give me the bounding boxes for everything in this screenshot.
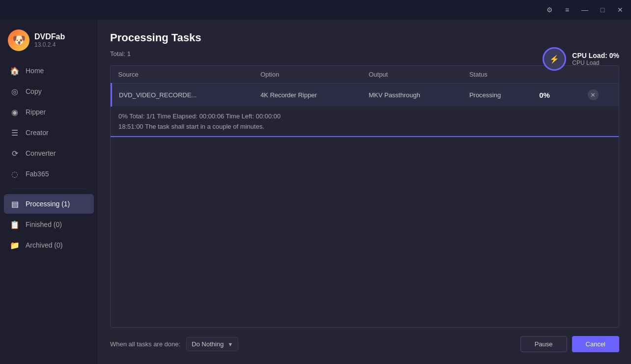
sidebar-item-archived[interactable]: 📁 Archived (0) (4, 235, 94, 255)
fab365-icon: ◌ (10, 169, 20, 179)
app-logo: 🐶 DVDFab 13.0.2.4 (0, 25, 98, 61)
sidebar-divider (12, 189, 86, 189)
detail-stats: 0% Total: 1/1 Time Elapsed: 00:00:06 Tim… (118, 112, 611, 120)
cell-option: 4K Recorder Ripper (254, 84, 362, 107)
cell-action: ✕ (581, 84, 619, 107)
sidebar-item-creator[interactable]: ☰ Creator (4, 123, 94, 142)
app-name: DVDFab (34, 32, 65, 41)
settings-btn[interactable]: ⚙ (544, 4, 555, 16)
sidebar-item-archived-label: Archived (0) (26, 241, 62, 249)
archived-icon: 📁 (10, 240, 20, 250)
sidebar-item-copy[interactable]: ◎ Copy (4, 82, 94, 101)
cancel-button[interactable]: Cancel (572, 336, 619, 352)
remove-task-button[interactable]: ✕ (588, 89, 599, 100)
sidebar-item-processing-label: Processing (1) (26, 200, 70, 208)
home-icon: 🏠 (10, 66, 20, 76)
sidebar-item-fab365[interactable]: ◌ Fab365 (4, 164, 94, 184)
sidebar-item-fab365-label: Fab365 (26, 170, 49, 178)
sidebar-item-finished-label: Finished (0) (26, 221, 62, 228)
when-done-dropdown[interactable]: Do Nothing ▼ (186, 337, 238, 351)
cpu-load-sub: CPU Load (572, 59, 619, 66)
sidebar-item-converter-label: Converter (26, 149, 56, 157)
cpu-text: CPU Load: 0% CPU Load (572, 52, 619, 66)
processing-icon: ▤ (10, 199, 20, 209)
when-done-label: When all tasks are done: (110, 340, 180, 348)
cell-status: Processing (462, 84, 532, 107)
bottom-left: When all tasks are done: Do Nothing ▼ (110, 337, 238, 351)
col-output: Output (362, 66, 462, 84)
minimize-btn[interactable]: — (579, 4, 591, 16)
progress-percent: 0% (539, 91, 557, 99)
ripper-icon: ◉ (10, 107, 20, 117)
col-status: Status (462, 66, 532, 84)
main-content: ⚡ CPU Load: 0% CPU Load Processing Tasks… (98, 20, 631, 364)
sidebar-item-finished[interactable]: 📋 Finished (0) (4, 215, 94, 234)
sidebar-item-home-label: Home (26, 67, 44, 75)
task-table: Source Option Output Status DVD_VIDEO_RE… (111, 66, 619, 107)
table-body: DVD_VIDEO_RECORDE... 4K Recorder Ripper … (112, 84, 619, 107)
cell-progress: 0% (532, 84, 581, 107)
finished-icon: 📋 (10, 220, 20, 229)
sidebar-item-processing[interactable]: ▤ Processing (1) (4, 194, 94, 214)
sidebar-item-copy-label: Copy (26, 87, 42, 95)
sidebar-item-ripper[interactable]: ◉ Ripper (4, 102, 94, 122)
bottom-bar: When all tasks are done: Do Nothing ▼ Pa… (110, 328, 619, 352)
cpu-widget: ⚡ CPU Load: 0% CPU Load (543, 47, 619, 71)
dropdown-arrow-icon: ▼ (228, 341, 233, 347)
app-version: 13.0.2.4 (34, 41, 65, 48)
app-layout: 🐶 DVDFab 13.0.2.4 🏠 Home ◎ Copy ◉ Ripper… (0, 20, 631, 364)
bottom-actions: Pause Cancel (520, 336, 619, 352)
menu-btn[interactable]: ≡ (561, 4, 573, 16)
sidebar-item-creator-label: Creator (26, 129, 49, 137)
table-row: DVD_VIDEO_RECORDE... 4K Recorder Ripper … (112, 84, 619, 107)
converter-icon: ⟳ (10, 148, 20, 158)
sidebar: 🐶 DVDFab 13.0.2.4 🏠 Home ◎ Copy ◉ Ripper… (0, 20, 98, 364)
dropdown-value: Do Nothing (192, 340, 224, 348)
cpu-circle-icon: ⚡ (543, 47, 566, 71)
cell-output: MKV Passthrough (362, 84, 462, 107)
maximize-btn[interactable]: □ (597, 4, 608, 16)
copy-icon: ◎ (10, 86, 20, 96)
col-source: Source (112, 66, 254, 84)
sidebar-item-converter[interactable]: ⟳ Converter (4, 143, 94, 163)
col-option: Option (254, 66, 362, 84)
detail-section: 0% Total: 1/1 Time Elapsed: 00:00:06 Tim… (111, 107, 619, 137)
logo-text: DVDFab 13.0.2.4 (34, 32, 65, 48)
titlebar: ⚙ ≡ — □ ✕ (0, 0, 631, 20)
sidebar-item-ripper-label: Ripper (26, 108, 46, 116)
logo-icon: 🐶 (8, 29, 29, 51)
detail-log: 18:51:00 The task shall start in a coupl… (118, 123, 611, 130)
cpu-load-label: CPU Load: 0% (572, 52, 619, 59)
sidebar-nav: 🏠 Home ◎ Copy ◉ Ripper ☰ Creator ⟳ Conve… (0, 61, 98, 359)
close-btn[interactable]: ✕ (614, 4, 626, 16)
pause-button[interactable]: Pause (520, 336, 567, 352)
cell-source: DVD_VIDEO_RECORDE... (112, 84, 254, 107)
window-controls: ⚙ ≡ — □ ✕ (544, 4, 626, 16)
sidebar-item-home[interactable]: 🏠 Home (4, 61, 94, 81)
creator-icon: ☰ (10, 128, 20, 138)
task-table-container: Source Option Output Status DVD_VIDEO_RE… (110, 65, 619, 328)
page-title: Processing Tasks (110, 31, 619, 44)
